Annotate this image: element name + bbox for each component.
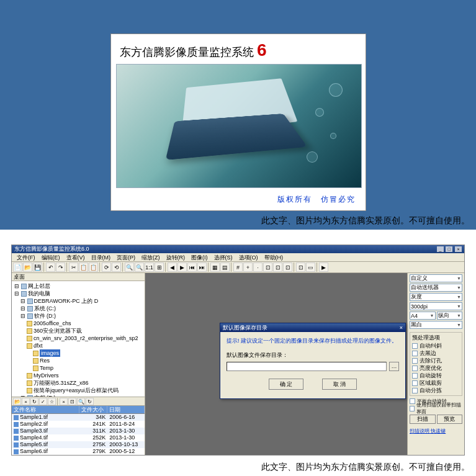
folder-tool-button[interactable]: ☆ bbox=[48, 398, 56, 405]
file-row[interactable]: Sample3.tif311K2013-1-30 bbox=[12, 428, 145, 434]
checkbox-option[interactable]: 自动旋转 bbox=[412, 372, 460, 379]
toolbar-button[interactable]: 📂 bbox=[23, 263, 32, 272]
toolbar-button[interactable]: + bbox=[243, 263, 253, 272]
select-custom[interactable]: 自定义▼ bbox=[410, 274, 462, 282]
toolbar-button[interactable]: ⊡ bbox=[296, 263, 305, 272]
checkbox-option[interactable]: 自动纠斜 bbox=[412, 342, 460, 349]
file-row[interactable]: Sample5.tif275K2003-10-13 bbox=[12, 441, 145, 448]
folder-tool-button[interactable]: ⊡ bbox=[68, 398, 76, 405]
file-row[interactable]: Sample6.tif279K2000-5-12 bbox=[12, 448, 145, 455]
close-icon[interactable]: × bbox=[455, 246, 462, 252]
select-paper[interactable]: A4▼ bbox=[410, 312, 436, 320]
checkbox-option[interactable]: 去黑边 bbox=[412, 349, 460, 357]
tree-node[interactable]: MyDrivers bbox=[13, 372, 143, 379]
tree-node[interactable]: cn_win_srv_2003_r2_enterprise_with_sp2 bbox=[13, 335, 143, 342]
folder-tool-button[interactable]: ↻ bbox=[30, 398, 38, 405]
dialog-close-icon[interactable]: × bbox=[400, 323, 403, 332]
cancel-button[interactable]: 取 消 bbox=[322, 379, 357, 390]
select-orient[interactable]: 纵向▼ bbox=[437, 312, 463, 320]
dir-input[interactable] bbox=[227, 362, 387, 371]
checkbox-option[interactable]: 去除订孔 bbox=[412, 357, 460, 364]
tree-node[interactable]: 很简单jquery+easyui后台框架代码 bbox=[13, 387, 143, 394]
tree-node[interactable]: images bbox=[13, 349, 143, 357]
toolbar-button[interactable]: ▤ bbox=[220, 263, 230, 272]
toolbar-button[interactable]: ▦ bbox=[210, 263, 220, 272]
checkbox-option[interactable]: 使用扫描仪自带扫描界面 bbox=[410, 405, 462, 412]
toolbar-button[interactable]: 1:1 bbox=[145, 263, 154, 272]
folder-tool-button[interactable]: 🔍 bbox=[77, 398, 85, 405]
folder-tree[interactable]: ⊟ 网上邻居⊟ 我的电脑⊟ DEBRAWORK-PC 上的 D⊟ 系统 (C:)… bbox=[12, 281, 145, 397]
menu-item[interactable]: 选择(S) bbox=[211, 253, 236, 262]
select-bw[interactable]: 黑白▼ bbox=[410, 321, 462, 329]
file-row[interactable]: Sample4.tif252K2013-1-30 bbox=[12, 434, 145, 441]
dialog-titlebar[interactable]: 默认图像保存目录 × bbox=[220, 323, 405, 332]
file-row[interactable]: Sample1.tif34K2006-6-16 bbox=[12, 414, 145, 421]
toolbar-button[interactable]: ▶ bbox=[319, 263, 328, 272]
toolbar-button[interactable]: ⟲ bbox=[112, 263, 121, 272]
menu-item[interactable]: 查看(V) bbox=[63, 253, 88, 262]
tree-node[interactable]: 万能驱动5.31sZZ_x86 bbox=[13, 379, 143, 387]
tree-node[interactable]: Res bbox=[13, 357, 143, 364]
toolbar-button[interactable]: # bbox=[233, 263, 243, 272]
toolbar-button[interactable]: ↷ bbox=[56, 263, 65, 272]
select-dpi[interactable]: 300dpi▼ bbox=[410, 302, 462, 310]
file-row[interactable]: Sample2.tif241K2011-8-24 bbox=[12, 421, 145, 428]
menu-item[interactable]: 页面(P) bbox=[114, 253, 138, 262]
checkbox-option[interactable]: 自动分拣 bbox=[412, 387, 460, 394]
right-links[interactable]: 扫描说明 快速键 bbox=[410, 428, 462, 434]
toolbar-button[interactable]: 📄 bbox=[13, 263, 22, 272]
menu-item[interactable]: 旋转(R) bbox=[163, 253, 189, 262]
toolbar-button[interactable]: ⟳ bbox=[102, 263, 111, 272]
tree-node[interactable]: ⊟ 网上邻居 bbox=[13, 282, 143, 290]
toolbar-button[interactable]: 💾 bbox=[33, 263, 42, 272]
menu-item[interactable]: 缩放(Z) bbox=[138, 253, 163, 262]
column-header[interactable]: 文件大小 bbox=[79, 406, 107, 413]
checkbox-option[interactable]: 亮度优化 bbox=[412, 364, 460, 372]
folder-tool-button[interactable]: 📂 bbox=[13, 398, 21, 405]
tree-node[interactable]: 360安全浏览器下载 bbox=[13, 327, 143, 335]
tree-node[interactable]: Temp bbox=[13, 364, 143, 372]
toolbar-button[interactable]: ⊡ bbox=[273, 263, 282, 272]
tree-node[interactable]: ⊟ 软件 (D:) bbox=[13, 312, 143, 320]
menu-item[interactable]: 编辑(E) bbox=[38, 253, 63, 262]
toolbar-button[interactable]: ⊡ bbox=[283, 263, 292, 272]
menu-item[interactable]: 帮助(H) bbox=[261, 253, 287, 262]
titlebar[interactable]: 东方信腾影像质量监控系统6.0 _ □ × bbox=[12, 245, 464, 253]
folder-tool-button[interactable]: ↻ bbox=[86, 398, 94, 405]
menu-item[interactable]: 文件(F) bbox=[14, 253, 38, 262]
column-header[interactable]: 日期 bbox=[107, 406, 145, 413]
menu-item[interactable]: 目录(M) bbox=[88, 253, 114, 262]
select-color[interactable]: 灰度▼ bbox=[410, 293, 462, 301]
folder-tool-button[interactable]: ✓ bbox=[39, 398, 47, 405]
toolbar-button[interactable]: 🔍 bbox=[125, 263, 134, 272]
browse-button[interactable]: … bbox=[389, 362, 399, 371]
checkbox-option[interactable]: 区域裁剪 bbox=[412, 379, 460, 387]
menu-item[interactable]: 选项(O) bbox=[236, 253, 261, 262]
tree-node[interactable]: dfxt bbox=[13, 342, 143, 349]
toolbar-button[interactable]: ✂ bbox=[69, 263, 78, 272]
toolbar-button[interactable]: ⊡ bbox=[263, 263, 272, 272]
menu-item[interactable]: 图像(I) bbox=[188, 253, 211, 262]
preview-button[interactable]: 预览 bbox=[437, 415, 463, 424]
tree-node[interactable]: 2005office_chs bbox=[13, 320, 143, 327]
tree-node[interactable]: ⊟ 我的电脑 bbox=[13, 290, 143, 297]
select-feeder[interactable]: 自动送纸器▼ bbox=[410, 284, 462, 292]
toolbar-button[interactable]: ⏮ bbox=[187, 263, 197, 272]
tree-node[interactable]: ⊟ 系统 (C:) bbox=[13, 305, 143, 312]
toolbar-button[interactable]: ▭ bbox=[306, 263, 315, 272]
tree-node[interactable]: ⊟ DEBRAWORK-PC 上的 D bbox=[13, 297, 143, 305]
folder-tool-button[interactable]: × bbox=[60, 398, 68, 405]
toolbar-button[interactable]: 📋 bbox=[79, 263, 88, 272]
maximize-icon[interactable]: □ bbox=[446, 246, 452, 252]
ok-button[interactable]: 确 定 bbox=[269, 379, 303, 390]
file-list[interactable]: Sample1.tif34K2006-6-16Sample2.tif241K20… bbox=[12, 414, 145, 455]
toolbar-button[interactable]: ⏭ bbox=[197, 263, 207, 272]
column-header[interactable]: 文件名称 bbox=[12, 406, 79, 413]
toolbar-button[interactable]: ⊞ bbox=[155, 263, 164, 272]
scan-button[interactable]: 扫描 bbox=[410, 415, 436, 424]
toolbar-button[interactable]: · bbox=[253, 263, 263, 272]
toolbar-button[interactable]: ↶ bbox=[46, 263, 55, 272]
toolbar-button[interactable]: 📋 bbox=[89, 263, 98, 272]
toolbar-button[interactable]: 🔍 bbox=[135, 263, 144, 272]
toolbar-button[interactable]: ▶ bbox=[177, 263, 187, 272]
